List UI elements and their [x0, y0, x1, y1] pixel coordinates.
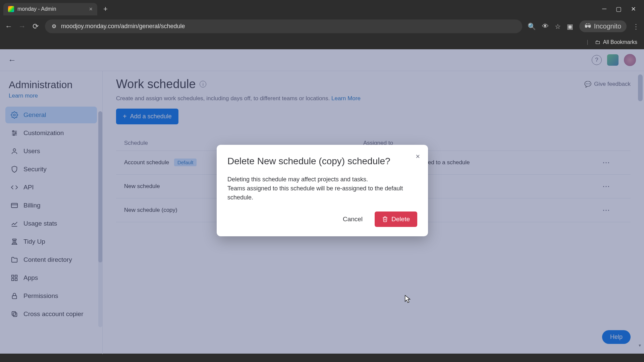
incognito-icon: 🕶 [585, 22, 591, 30]
window-controls: ─ ▢ ✕ [602, 5, 641, 13]
maximize-icon[interactable]: ▢ [616, 5, 622, 13]
modal-body: Deleting this schedule may affect projec… [227, 175, 417, 202]
modal-title: Delete New schedule (copy) schedule? [227, 155, 417, 168]
browser-menu-icon[interactable]: ⋮ [633, 22, 639, 31]
app-viewport: ← ? Administration Learn more General Cu… [0, 49, 644, 354]
search-icon[interactable]: 🔍 [528, 22, 536, 31]
tab-bar: monday - Admin × + ─ ▢ ✕ [0, 0, 644, 16]
modal-actions: Cancel Delete [227, 212, 417, 227]
all-bookmarks-link[interactable]: All Bookmarks [603, 39, 637, 45]
reload-icon[interactable]: ⟳ [32, 22, 40, 31]
incognito-label: Incognito [594, 22, 621, 30]
forward-icon: → [18, 22, 26, 31]
minimize-icon[interactable]: ─ [602, 5, 606, 13]
site-settings-icon[interactable]: ⚙ [52, 23, 56, 29]
folder-icon: 🗀 [595, 39, 600, 45]
delete-button[interactable]: Delete [375, 212, 417, 227]
incognito-badge[interactable]: 🕶 Incognito [579, 20, 627, 32]
delete-label: Delete [391, 216, 410, 223]
favicon-icon [8, 6, 14, 12]
trash-icon [382, 216, 388, 222]
back-icon[interactable]: ← [5, 22, 13, 31]
modal-close-icon[interactable]: × [416, 152, 420, 161]
delete-confirmation-modal: Delete New schedule (copy) schedule? × D… [217, 145, 428, 236]
new-tab-button[interactable]: + [100, 3, 111, 15]
url-input[interactable]: ⚙ moodjoy.monday.com/admin/general/sched… [45, 19, 522, 33]
bookmarks-bar: | 🗀 All Bookmarks [0, 37, 644, 49]
sidepanel-icon[interactable]: ▣ [567, 22, 573, 31]
browser-tab[interactable]: monday - Admin × [3, 3, 97, 15]
toolbar-right: 🔍 👁 ☆ ▣ 🕶 Incognito ⋮ [528, 20, 639, 32]
browser-chrome: monday - Admin × + ─ ▢ ✕ ← → ⟳ ⚙ moodjoy… [0, 0, 644, 49]
url-text: moodjoy.monday.com/admin/general/schedul… [61, 23, 185, 30]
address-bar: ← → ⟳ ⚙ moodjoy.monday.com/admin/general… [0, 16, 644, 37]
eye-off-icon[interactable]: 👁 [542, 22, 549, 30]
close-window-icon[interactable]: ✕ [631, 5, 636, 13]
tab-close-icon[interactable]: × [89, 6, 93, 13]
cancel-button[interactable]: Cancel [337, 212, 369, 227]
tab-title: monday - Admin [17, 6, 56, 12]
bookmark-star-icon[interactable]: ☆ [555, 22, 561, 31]
